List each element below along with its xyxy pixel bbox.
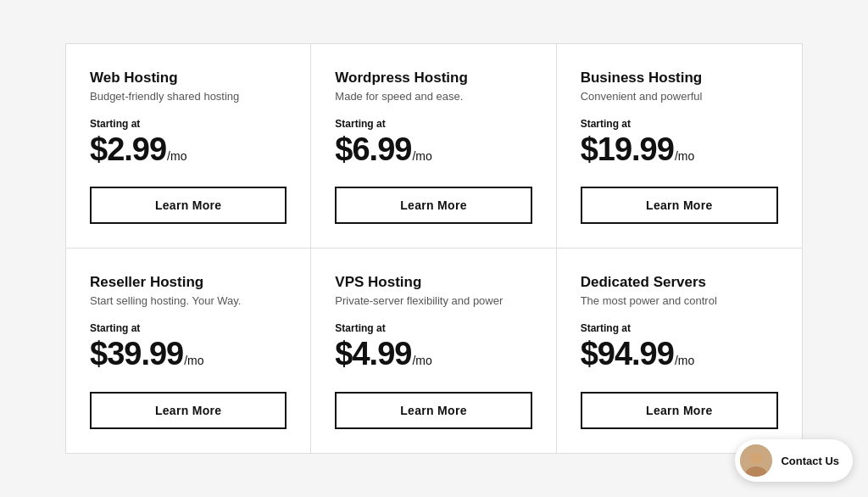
card-subtitle: Made for speed and ease. [335, 90, 531, 103]
price-main: $39.99 [90, 336, 183, 372]
starting-at-label: Starting at [90, 118, 287, 130]
card-title: Web Hosting [90, 70, 287, 87]
price-suffix: /mo [412, 354, 431, 367]
starting-at-label: Starting at [335, 322, 531, 334]
svg-point-1 [750, 452, 762, 464]
card-title: Business Hosting [581, 70, 778, 87]
card-dedicated-servers: Dedicated Servers The most power and con… [557, 248, 802, 453]
card-title: Wordpress Hosting [335, 70, 531, 87]
price-main: $19.99 [581, 131, 674, 168]
card-subtitle: Start selling hosting. Your Way. [90, 294, 287, 307]
card-wordpress-hosting: Wordpress Hosting Made for speed and eas… [311, 44, 556, 248]
price-row: $19.99 /mo [581, 131, 778, 168]
price-main: $4.99 [335, 336, 411, 372]
starting-at-label: Starting at [335, 118, 531, 130]
learn-more-button[interactable]: Learn More [90, 392, 287, 429]
card-title: VPS Hosting [335, 274, 531, 291]
price-row: $6.99 /mo [335, 131, 531, 168]
card-subtitle: The most power and control [581, 294, 778, 307]
price-suffix: /mo [167, 149, 186, 163]
price-main: $2.99 [90, 131, 166, 168]
card-business-hosting: Business Hosting Convenient and powerful… [557, 44, 802, 248]
starting-at-label: Starting at [581, 322, 778, 334]
learn-more-button[interactable]: Learn More [335, 392, 531, 429]
price-row: $39.99 /mo [90, 336, 287, 372]
price-main: $94.99 [581, 336, 674, 372]
price-row: $2.99 /mo [90, 131, 287, 168]
hosting-grid: Web Hosting Budget-friendly shared hosti… [65, 43, 803, 454]
learn-more-button[interactable]: Learn More [335, 187, 531, 224]
price-row: $94.99 /mo [581, 336, 778, 372]
starting-at-label: Starting at [90, 322, 287, 334]
card-subtitle: Private-server flexibility and power [335, 294, 531, 307]
price-suffix: /mo [184, 354, 203, 367]
learn-more-button[interactable]: Learn More [90, 187, 287, 224]
page-wrapper: Web Hosting Budget-friendly shared hosti… [0, 0, 868, 497]
card-subtitle: Convenient and powerful [581, 90, 778, 103]
contact-us-label: Contact Us [781, 455, 839, 467]
price-suffix: /mo [412, 149, 431, 163]
card-reseller-hosting: Reseller Hosting Start selling hosting. … [66, 248, 311, 453]
price-suffix: /mo [675, 149, 694, 163]
card-title: Dedicated Servers [581, 274, 778, 291]
card-title: Reseller Hosting [90, 274, 287, 291]
price-suffix: /mo [675, 354, 694, 367]
price-row: $4.99 /mo [335, 336, 531, 372]
contact-us-widget[interactable]: Contact Us [735, 439, 853, 482]
card-subtitle: Budget-friendly shared hosting [90, 90, 287, 103]
card-vps-hosting: VPS Hosting Private-server flexibility a… [311, 248, 556, 453]
avatar [740, 444, 772, 477]
learn-more-button[interactable]: Learn More [581, 187, 778, 224]
card-web-hosting: Web Hosting Budget-friendly shared hosti… [66, 44, 311, 248]
learn-more-button[interactable]: Learn More [581, 392, 778, 429]
starting-at-label: Starting at [581, 118, 778, 130]
price-main: $6.99 [335, 131, 411, 168]
